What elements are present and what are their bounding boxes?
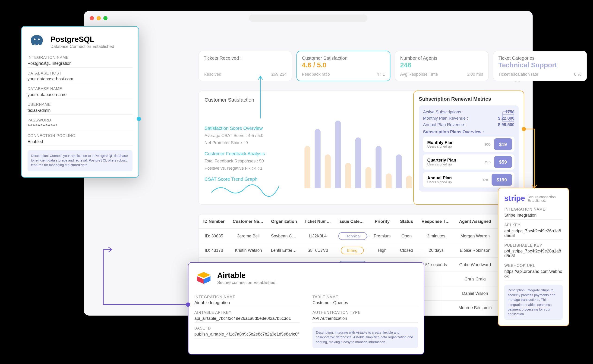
postgresql-icon bbox=[27, 33, 46, 51]
cell: Monroe Benjamin bbox=[454, 306, 496, 310]
cell: Lentil Enterta... bbox=[267, 248, 300, 253]
card-br: 3:00 min bbox=[467, 72, 483, 77]
close-icon[interactable] bbox=[90, 16, 94, 20]
metric-card-2[interactable]: Number of Agents246Avg Response Time3:00… bbox=[395, 51, 489, 81]
field-value: your-database-host.com bbox=[27, 77, 133, 81]
cell: Open bbox=[395, 234, 418, 238]
field-label: CONNECTION POOLING bbox=[27, 134, 133, 138]
card-bl: Resolved bbox=[204, 72, 221, 77]
cell: 3 minutes bbox=[418, 234, 454, 238]
cell: Closed bbox=[395, 248, 418, 253]
bar bbox=[314, 129, 320, 188]
plan-sub: Users signed up bbox=[427, 180, 482, 184]
field-label: PASSWORD bbox=[27, 118, 133, 122]
field-value: pbl_stripe_7bc4f2c49e26a1a8d5e5f bbox=[504, 249, 563, 258]
card-value: Technical Support bbox=[499, 61, 581, 69]
table-row[interactable]: ID: 43178Kristin WatsonLentil Enterta...… bbox=[199, 243, 524, 258]
card-title: Customer Satisfaction bbox=[302, 55, 385, 60]
plan-row[interactable]: Quarterly PlanUsers signed up240$59 bbox=[423, 154, 514, 170]
field: INTEGRATION NAMEAirtable Integration bbox=[194, 295, 300, 307]
col-header[interactable]: Agent Assigned bbox=[454, 219, 496, 224]
cell: Kristin Watson bbox=[229, 248, 267, 253]
table-header: ID NumberCustomer NameOrganizationTicket… bbox=[199, 214, 524, 229]
col-header[interactable]: ID Number bbox=[199, 219, 229, 224]
bar bbox=[355, 137, 361, 188]
col-header[interactable]: Organization bbox=[267, 219, 300, 224]
bar bbox=[366, 167, 372, 188]
field-value: texas-admin bbox=[27, 108, 133, 112]
field-label: WEBHOOK URL bbox=[504, 264, 563, 268]
card-title: Tickets Received : bbox=[204, 55, 287, 60]
card-value: 246 bbox=[400, 61, 483, 69]
field-value: api_stripe_7bc4f2c49e26a1a8d5e5f bbox=[504, 228, 563, 238]
field: AIRTABLE API KEYapi_airtable_7bc4f2c49e2… bbox=[194, 311, 300, 323]
plan-sub: Users signed up bbox=[427, 162, 485, 166]
col-header[interactable]: Issue Category bbox=[335, 219, 369, 224]
cell: Daniel Wilson bbox=[454, 291, 496, 296]
card-br: 4 : 1 bbox=[377, 72, 385, 77]
field-label: API KEY bbox=[504, 223, 563, 227]
col-header[interactable]: Status bbox=[395, 219, 418, 224]
cell: ID: 43178 bbox=[199, 248, 229, 253]
cell: Technical bbox=[335, 232, 369, 240]
col-header[interactable]: Response Time bbox=[418, 219, 454, 224]
col-header[interactable]: Ticket Number bbox=[300, 219, 335, 224]
plan-name: Monthly Plan bbox=[427, 140, 485, 145]
field-value: PostgreSQL Integration bbox=[27, 61, 133, 65]
field-label: PUBLISHABLE KEY bbox=[504, 243, 563, 247]
plan-count: 960 bbox=[485, 142, 491, 146]
field-value: your-database-name bbox=[27, 92, 133, 97]
plan-row[interactable]: Monthly PlanUsers signed up960$19 bbox=[423, 136, 514, 152]
airtable-icon bbox=[194, 269, 213, 287]
bar bbox=[304, 146, 310, 188]
bar bbox=[386, 173, 392, 188]
bar bbox=[406, 176, 412, 188]
minimize-icon[interactable] bbox=[97, 16, 101, 20]
card-bl: Feedback ratio bbox=[302, 72, 330, 77]
col-header[interactable]: Customer Name bbox=[229, 219, 267, 224]
window-controls bbox=[90, 16, 108, 20]
sub-metrics-box: $ Active Subscriptions :1756 Monthly Pla… bbox=[419, 105, 519, 192]
trend-line-icon bbox=[211, 180, 279, 201]
cell: Morgan Warren bbox=[454, 234, 496, 238]
metric-card-1[interactable]: Customer Satisfaction4.6 / 5.0Feedback r… bbox=[296, 51, 391, 81]
field-value: api_airtable_7bc4f2c49e26a1a8d5e8e0f2a7b… bbox=[194, 316, 300, 321]
plan-row[interactable]: Annual PlanUsers signed up126$199 bbox=[423, 172, 514, 188]
pg-title: PostgreSQL bbox=[51, 35, 114, 44]
card-br: 8 % bbox=[574, 72, 581, 77]
field-label: BASE ID bbox=[194, 326, 300, 330]
field-label: TABLE NAME bbox=[313, 295, 418, 299]
metric-card-3[interactable]: Ticket CategoriesTechnical SupportTicket… bbox=[493, 51, 587, 81]
bar bbox=[325, 154, 331, 188]
at-description: Description: Integrate with Airtable to … bbox=[313, 327, 418, 348]
field: PUBLISHABLE KEYpbl_stripe_7bc4f2c49e26a1… bbox=[504, 243, 563, 260]
plan-price: $199 bbox=[491, 174, 512, 186]
plan-count: 126 bbox=[482, 178, 488, 182]
cell: Soybean Co... bbox=[267, 234, 300, 238]
table-row[interactable]: ID: 39635Jerome BellSoybean Co...I1J2K3L… bbox=[199, 229, 524, 243]
plan-name: Annual Plan bbox=[427, 176, 482, 180]
card-bl: Avg Response Time bbox=[400, 72, 438, 77]
bar bbox=[335, 121, 341, 188]
col-header[interactable]: Priority bbox=[369, 219, 395, 224]
category-pill: Billing bbox=[341, 247, 364, 254]
url-bar[interactable] bbox=[249, 14, 368, 22]
plan-price: $19 bbox=[494, 138, 512, 150]
maximize-icon[interactable] bbox=[103, 16, 107, 20]
cell: 20 days bbox=[418, 248, 454, 253]
cell: Premium bbox=[369, 234, 395, 238]
metric-card-0[interactable]: Tickets Received :Resolved269,234 bbox=[198, 51, 292, 81]
field-value: Stripe Integration bbox=[504, 213, 563, 217]
bar bbox=[396, 154, 402, 188]
cell: Eloise Robinson bbox=[454, 248, 496, 253]
cell: I1J2K3L4 bbox=[300, 234, 335, 238]
bar bbox=[375, 146, 381, 188]
stripe-popup: stripe Secure connection Established. IN… bbox=[498, 188, 569, 326]
st-subtitle: Secure connection Established. bbox=[528, 195, 563, 202]
pg-description: Description: Connect your application to… bbox=[27, 150, 133, 171]
field: AUTHENTICATION TYPEAPI Authentication bbox=[313, 311, 418, 323]
field: PASSWORD****************** bbox=[27, 118, 133, 130]
card-bl: Ticket escalation rate bbox=[499, 72, 538, 77]
cell: Jerome Bell bbox=[229, 234, 267, 238]
field-value: publish_airtable_4f1d7a6b9c5e2e8c7b2a9e1… bbox=[194, 332, 300, 336]
